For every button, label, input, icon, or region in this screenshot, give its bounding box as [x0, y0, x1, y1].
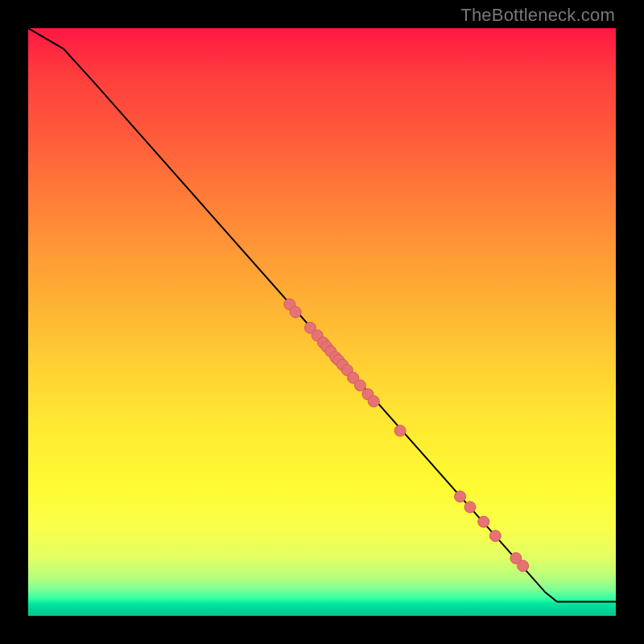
scatter-dot [290, 307, 301, 318]
chart-svg [28, 28, 616, 616]
scatter-dot [368, 396, 379, 407]
scatter-dot [464, 502, 476, 513]
scatter-dot [455, 491, 466, 502]
scatter-dot [518, 560, 529, 572]
scatter-dot [354, 380, 365, 391]
scatter-dot [478, 516, 489, 527]
scatter-dot [489, 530, 501, 542]
curve-path [28, 28, 616, 601]
frame: TheBottleneck.com [0, 0, 644, 644]
scatter-dot [394, 425, 406, 436]
watermark: TheBottleneck.com [460, 5, 615, 26]
plot-area [28, 28, 616, 616]
